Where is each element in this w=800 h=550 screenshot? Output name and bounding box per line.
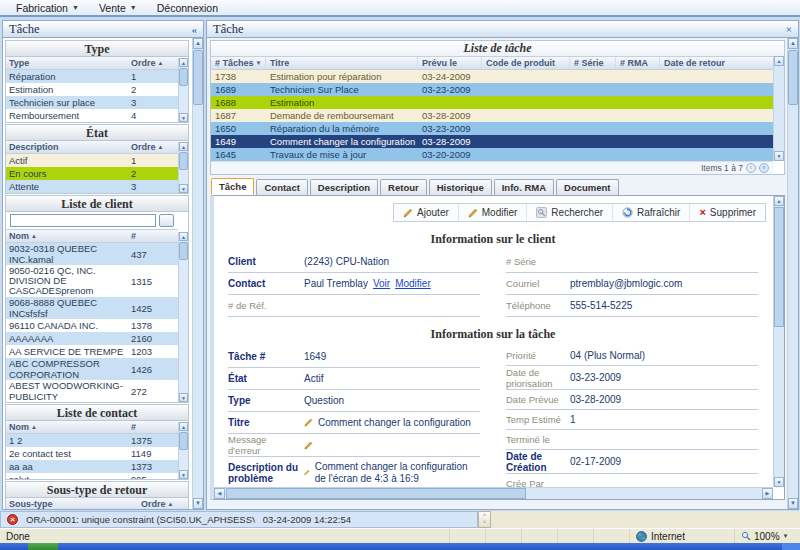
search-button[interactable]: Rechercher [527, 204, 613, 221]
main-panel-scrollbar[interactable]: ▲ ▼ [787, 38, 798, 509]
table-row[interactable]: 1688Estimation [211, 96, 773, 109]
scroll-down-icon: ▼ [193, 498, 203, 509]
client-search-button[interactable] [159, 214, 174, 227]
menu-bar: Fabrication ▼ Vente ▼ Déconnexion [0, 0, 800, 17]
table-row-selected[interactable]: 1649Comment changer la configuration03-2… [211, 135, 773, 148]
detail-horizontal-scrollbar[interactable]: ◀ ▶ [214, 487, 773, 499]
next-page-icon[interactable]: › [759, 163, 769, 173]
zoom-control[interactable]: 100% ▼ [734, 529, 800, 543]
list-item[interactable]: AA SERVICE DE TREMPE1203 [6, 345, 178, 358]
error-message: ORA-00001: unique constraint (SCI50.UK_A… [26, 514, 255, 525]
start-button-edge[interactable] [28, 543, 58, 550]
task-info-title: Information sur la tâche [214, 327, 772, 342]
menu-fabrication[interactable]: Fabrication ▼ [8, 1, 87, 15]
list-item[interactable]: 2e contact test1149 [6, 447, 178, 460]
scrollbar[interactable]: ▲▼ [178, 232, 188, 402]
menu-deconnexion[interactable]: Déconnexion [149, 1, 226, 15]
modifier-link[interactable]: Modifier [395, 278, 431, 290]
refresh-button[interactable]: Rafraîchir [613, 204, 690, 221]
col-code[interactable]: Code de produit [482, 57, 570, 69]
tab-historique[interactable]: Historique [429, 179, 492, 195]
scroll-down-icon: ▼ [788, 498, 798, 509]
field-termine-le: Terminé le [506, 430, 758, 450]
browser-status-bar: Done Internet 100% ▼ [0, 528, 800, 543]
scroll-up-icon: ▲ [193, 38, 203, 49]
scroll-up-icon: ▲ [774, 196, 784, 206]
field-tache-num: Tâche # 1649 [228, 346, 480, 368]
table-row[interactable]: 1687Demande de remboursemant03-28-2009 [211, 109, 773, 122]
collapse-icon[interactable]: « [192, 23, 198, 35]
scrollbar-thumb [179, 152, 188, 170]
field-client: Client (2243) CPU-Nation [228, 251, 480, 273]
field-date-priorisation: Date de priorisation 03-23-2009 [506, 366, 758, 390]
menu-label: Vente [99, 2, 126, 14]
pencil-icon[interactable] [304, 468, 310, 477]
zone-label: Internet [651, 531, 685, 542]
list-item[interactable]: ABC COMPRESSOR CORPORATION1426 [6, 358, 178, 380]
grid-scrollbar[interactable]: ▲▼ [773, 56, 784, 161]
delete-button[interactable]: × Supprimer [690, 204, 765, 221]
list-item[interactable]: Technicien sur place3 [6, 96, 178, 109]
scroll-down-icon: ▼ [179, 393, 188, 402]
zoom-dropdown-icon[interactable]: ▼ [783, 533, 789, 539]
col-prevu[interactable]: Prévu le [418, 57, 482, 69]
delete-x-icon: × [699, 208, 705, 217]
left-panel-scrollbar[interactable]: ▲ ▼ [192, 38, 203, 509]
grid-title: Liste de tâche [211, 41, 784, 56]
pencil-icon[interactable] [304, 418, 313, 427]
list-item[interactable]: aa aa1373 [6, 460, 178, 473]
tab-info-rma[interactable]: Info. RMA [494, 179, 554, 195]
list-item[interactable]: En cours2 [6, 167, 178, 180]
add-button[interactable]: Ajouter [394, 204, 459, 221]
column-headers: Type Ordre▲ [6, 57, 178, 70]
client-search-input[interactable] [10, 214, 156, 227]
edit-button[interactable]: Rechercher Modifier [459, 204, 528, 221]
grid-column-headers: # Tâches▼ Titre Prévu le Code de produit… [211, 56, 773, 70]
detail-vertical-scrollbar[interactable]: ▲ ▼ [773, 196, 784, 487]
col-id[interactable]: # Tâches▼ [211, 57, 266, 69]
list-item[interactable]: 96110 CANADA INC.1378 [6, 319, 178, 332]
voir-link[interactable]: Voir [373, 278, 390, 290]
status-expander[interactable]: ˄˅ [478, 511, 491, 528]
scrollbar[interactable]: ▲▼ [178, 142, 188, 193]
list-item[interactable]: Attente3 [6, 180, 178, 193]
col-serie[interactable]: # Série [570, 57, 616, 69]
col-rma[interactable]: # RMA [616, 57, 660, 69]
list-item[interactable]: AAAAAAA2160 [6, 332, 178, 345]
col-retour[interactable]: Date de retour [660, 57, 773, 69]
field-priorite: Priorité 04 (Plus Normal) [506, 346, 758, 366]
list-item[interactable]: 9032-0318 QUEBEC INC.kamal437 [6, 243, 178, 265]
menu-vente[interactable]: Vente ▼ [91, 1, 145, 15]
list-item[interactable]: 9068-8888 QUEBEC INCsfsfsf1425 [6, 297, 178, 319]
list-item[interactable]: 1 21375 [6, 434, 178, 447]
scrollbar[interactable]: ▲▼ [178, 422, 188, 479]
table-row[interactable]: 1689Technicien Sur Place03-23-2009 [211, 83, 773, 96]
close-icon[interactable]: × [786, 23, 792, 35]
col-titre[interactable]: Titre [266, 57, 418, 69]
table-row[interactable]: 1645Travaux de mise à jour03-20-2009 [211, 148, 773, 161]
list-item[interactable]: Remboursement4 [6, 109, 178, 122]
list-item[interactable]: Réparation1 [6, 70, 178, 83]
pencil-icon [468, 208, 478, 218]
list-item[interactable]: Estimation2 [6, 83, 178, 96]
scroll-down-icon: ▼ [179, 470, 188, 479]
tab-description[interactable]: Description [310, 179, 378, 195]
table-row[interactable]: 1650Réparation du la mémoire03-23-2009 [211, 122, 773, 135]
prev-page-icon[interactable]: ‹ [746, 163, 756, 173]
tab-retour[interactable]: Retour [380, 179, 427, 195]
list-item[interactable]: salut995 [6, 473, 178, 480]
pencil-icon[interactable] [304, 441, 313, 450]
table-row[interactable]: 1738Estimation pour réparation03-24-2009 [211, 70, 773, 83]
security-zone: Internet [629, 529, 734, 543]
list-item[interactable]: ABEST WOODWORKING-PUBLICITY272 [6, 380, 178, 402]
list-item[interactable]: Actif1 [6, 154, 178, 167]
tab-document[interactable]: Document [556, 179, 618, 195]
tab-tache[interactable]: Tâche [211, 178, 254, 195]
scrollbar[interactable]: ▲▼ [178, 58, 188, 122]
list-item[interactable]: 9050-0216 QC, INC. DIVISION DE CASCADESp… [6, 265, 178, 297]
scroll-up-icon: ▲ [774, 56, 784, 66]
section-clients: Liste de client Nom▲ # 9032-0318 QUEBEC … [5, 195, 189, 403]
tab-contact[interactable]: Contact [256, 179, 307, 195]
section-type: Type Type Ordre▲ Réparation1 Estimation2… [5, 40, 189, 123]
column-headers: Nom▲ # [6, 421, 178, 434]
